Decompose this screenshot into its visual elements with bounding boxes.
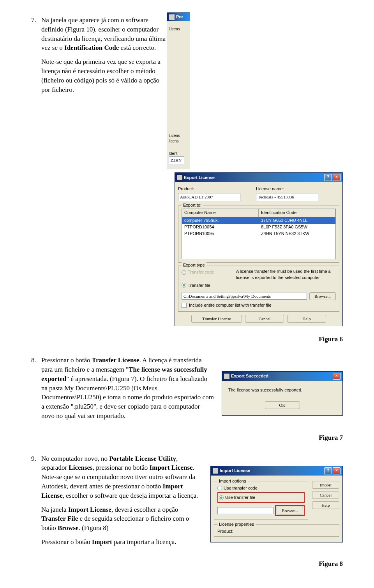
license-name-label: License name: <box>256 186 284 192</box>
table-row[interactable]: PTPORD10054 8L0P F53Z 3PA0 GS5W <box>182 224 335 230</box>
export-succeeded-dialog: Export Succeeded × The license was succe… <box>222 371 343 415</box>
back-title-text: Por <box>176 14 183 20</box>
export-type-label: Export type <box>182 262 206 268</box>
red-highlight-browse: Browse... <box>275 505 305 516</box>
col-computer-name[interactable]: Computer Name <box>182 209 259 216</box>
figure-7-label: Figura 7 <box>31 433 343 442</box>
section-9: 9. Import License ? × <box>31 454 343 551</box>
back-label-licens3: licens <box>169 139 188 144</box>
back-titlebar: Por <box>167 13 190 21</box>
figure-8-label: Figura 8 <box>31 559 343 569</box>
ok-button[interactable]: OK <box>265 401 300 409</box>
transfer-file-label: Transfer file <box>188 283 210 288</box>
export-app-icon <box>177 175 182 180</box>
identification-code-bold: Identification Code <box>64 44 119 51</box>
cancel-button[interactable]: Cancel <box>245 315 284 323</box>
license-properties-label: License properties <box>217 521 256 527</box>
section-7-number: 7. <box>31 16 41 99</box>
table-row[interactable]: PTPORN10095 Z4HN T5YN NE32 3TKW <box>182 230 335 237</box>
computer-listbox[interactable]: Computer Name Identification Code comput… <box>182 209 336 259</box>
export-succeeded-dialog-container: Export Succeeded × The license was succe… <box>222 371 343 415</box>
import-cancel-button[interactable]: Cancel <box>312 491 339 499</box>
import-browse-button[interactable]: Browse... <box>277 507 303 514</box>
import-app-icon <box>213 468 218 474</box>
import-license-dialog: Import License ? × Import options <box>210 466 343 542</box>
table-row[interactable]: computer-795hux. 17CY G653 CJHU 4N1L <box>182 217 335 224</box>
import-titlebar[interactable]: Import License ? × <box>211 466 342 476</box>
transfer-note: A license transfer file must be used the… <box>236 269 336 289</box>
transfer-license-button[interactable]: Transfer License <box>191 315 242 323</box>
product-value: AutoCAD LT 2007 <box>178 193 240 201</box>
import-help-window-button[interactable]: ? <box>324 467 332 474</box>
section-9-number: 9. <box>31 454 41 551</box>
background-portable-dialog: Por Licens Licens licens Ident Z4HN <box>167 12 190 169</box>
succeed-title-text: Export Succeeded <box>231 373 268 379</box>
import-help-button[interactable]: Help <box>312 501 339 509</box>
back-input-z4hn: Z4HN <box>169 156 184 165</box>
browse-button[interactable]: Browse... <box>309 292 336 300</box>
include-checkbox[interactable] <box>182 303 187 308</box>
help-button[interactable]: Help <box>287 315 326 323</box>
close-window-button[interactable]: × <box>333 174 340 181</box>
section-7: 7. Na janela que aparece já com o softwa… <box>31 16 167 99</box>
transfer-code-radio <box>182 270 186 275</box>
succeed-message: The license was successfully exported. <box>228 387 336 393</box>
help-window-button[interactable]: ? <box>324 174 332 181</box>
export-to-label: Export to: <box>182 202 203 208</box>
section-7-para1: Na janela que aparece já com o software … <box>41 16 167 53</box>
succeed-close-button[interactable]: × <box>333 373 340 380</box>
import-product-label: Product: <box>217 528 233 534</box>
import-license-dialog-container: Import License ? × Import options <box>210 466 343 542</box>
import-button[interactable]: Import <box>312 481 339 489</box>
import-path-input[interactable] <box>217 507 273 514</box>
license-name-value: Techdata - 45513836 <box>256 193 318 201</box>
use-transfer-file-radio[interactable] <box>219 495 224 500</box>
succeed-titlebar[interactable]: Export Succeeded × <box>222 372 342 381</box>
export-license-dialog-container: Por Licens Licens licens Ident Z4HN Expo… <box>175 16 343 326</box>
back-label-licens2: Licens <box>169 133 188 139</box>
transfer-code-label: Transfer code <box>188 269 214 275</box>
section-8-number: 8. <box>31 356 41 425</box>
transfer-license-bold: Transfer License <box>92 356 139 364</box>
figure-6-label: Figura 6 <box>31 335 343 344</box>
use-transfer-code-label: Use transfer code <box>224 485 258 491</box>
back-label-licens: Licens <box>169 26 188 32</box>
back-label-ident: Ident <box>169 151 188 156</box>
export-titlebar[interactable]: Export License ? × <box>175 173 342 182</box>
col-identification-code[interactable]: Identification Code <box>259 209 335 216</box>
import-title-text: Import License <box>220 468 250 474</box>
use-transfer-file-label: Use transfer file <box>225 495 255 500</box>
app-icon <box>169 14 175 20</box>
export-license-dialog: Export License ? × Product: AutoCAD LT 2… <box>175 172 343 326</box>
section-7-para2: Note-se que da primeira vez que se expor… <box>41 57 167 94</box>
path-input[interactable] <box>182 293 307 300</box>
red-highlight-transfer-file: Use transfer file <box>217 492 305 503</box>
include-label: Include entire computer list with transf… <box>189 302 272 308</box>
product-label: Product: <box>178 186 194 192</box>
use-transfer-code-radio[interactable] <box>217 486 222 490</box>
section-8: 8. Export Succeeded × The license was s <box>31 356 343 425</box>
import-options-label: Import options <box>217 478 248 484</box>
export-title-text: Export License <box>184 175 215 181</box>
import-close-button[interactable]: × <box>333 467 340 474</box>
transfer-file-radio[interactable] <box>182 283 186 288</box>
succeed-app-icon <box>224 374 229 379</box>
